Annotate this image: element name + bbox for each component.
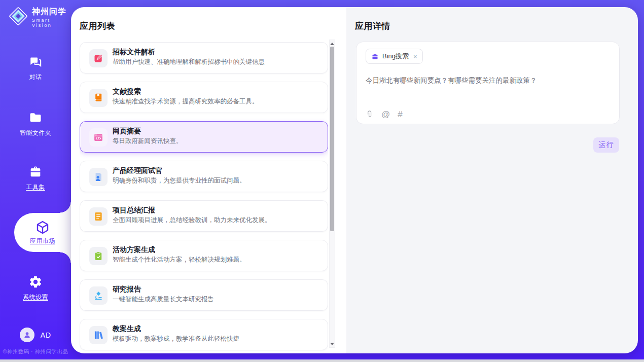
edit-square-icon [89, 49, 108, 67]
app-card-研究报告[interactable]: 研究报告 一键智能生成高质量长文本研究报告 [80, 279, 328, 311]
app-logo: 神州问学 Smart Vision [8, 6, 71, 28]
clipboard-check-icon [89, 247, 108, 265]
query-text[interactable]: 今日湖北有哪些新闻要点？有哪些需要关注的最新政策？ [366, 76, 609, 86]
folder-icon [28, 110, 43, 125]
app-card-活动方案生成[interactable]: 活动方案生成 智能生成个性化活动方案，轻松解决规划难题。 [80, 240, 328, 271]
chat-icon [28, 54, 43, 69]
app-list-title: 应用列表 [80, 20, 115, 32]
paperclip-icon[interactable] [365, 110, 374, 119]
user-name: AD [41, 331, 51, 339]
query-input-card[interactable]: Bing搜索 × 今日湖北有哪些新闻要点？有哪些需要关注的最新政策？ @ # [356, 42, 620, 124]
microscope-icon [89, 286, 108, 305]
sidebar-item-对话[interactable]: 对话 [0, 54, 71, 82]
app-card-title: 教案生成 [113, 324, 141, 334]
app-card-description: 明确身份和职责，为您提供专业性的面试问题。 [113, 176, 246, 185]
app-card-title: 网页摘要 [113, 127, 141, 136]
scroll-up-icon[interactable] [330, 40, 335, 47]
sidebar-item-label: 对话 [29, 73, 42, 82]
app-card-description: 帮助用户快速、准确地理解和解析招标书中的关键信息 [113, 58, 265, 66]
app-card-description: 每日政府新闻资讯快查。 [113, 137, 183, 146]
app-card-title: 研究报告 [113, 285, 141, 294]
book-icon [89, 89, 108, 107]
sidebar-item-label: 智能文件夹 [20, 129, 52, 137]
run-button[interactable]: 运行 [593, 137, 619, 153]
sidebar-item-label: 系统设置 [23, 293, 48, 302]
books-icon [89, 326, 108, 344]
bottom-strip [0, 359, 644, 362]
interviewer-icon [89, 168, 108, 186]
sidebar-item-系统设置[interactable]: 系统设置 [0, 274, 71, 302]
app-card-description: 全面回顾项目进展，总结经验教训，助力未来优化发展。 [113, 216, 271, 225]
attachment-toolbar: @ # [365, 110, 403, 119]
sidebar-footer: ©神州数码 · 神州问学出品 [0, 348, 71, 355]
app-card-招标文件解析[interactable]: 招标文件解析 帮助用户快速、准确地理解和解析招标书中的关键信息 [80, 42, 328, 74]
briefcase-icon [28, 164, 43, 179]
app-card-title: 产品经理面试官 [113, 166, 162, 175]
hash-icon[interactable]: # [398, 110, 402, 119]
app-detail-title: 应用详情 [355, 20, 390, 32]
tool-chip-label: Bing搜索 [382, 52, 409, 61]
user-row[interactable]: AD [0, 328, 71, 342]
app-card-title: 活动方案生成 [113, 245, 155, 255]
gear-icon [28, 274, 43, 289]
app-card-title: 文献搜索 [113, 87, 141, 96]
tool-chip-bing[interactable]: Bing搜索 × [366, 49, 423, 64]
cube-icon [35, 220, 50, 235]
at-icon[interactable]: @ [381, 110, 390, 119]
app-card-description: 快速精准查找学术资源，提高研究效率的必备工具。 [113, 97, 259, 106]
logo-diamond-icon [8, 6, 28, 28]
chip-remove-button[interactable]: × [413, 53, 417, 60]
app-card-description: 模板驱动，教案秒成，教学准备从此轻松快捷 [113, 335, 239, 343]
app-detail-panel: 应用详情 Bing搜索 × 今日湖北有哪些新闻要点？有哪些需要关注的最新政策？ [346, 7, 638, 353]
browser-code-icon [89, 128, 108, 147]
sidebar-item-label: 工具集 [26, 183, 45, 192]
app-card-description: 一键智能生成高质量长文本研究报告 [113, 295, 214, 304]
sidebar: 神州问学 Smart Vision 对话 智能文件夹 工具集 应用市场 系统设置… [0, 0, 71, 362]
briefcase-icon [371, 53, 379, 60]
app-list-panel: 应用列表 招标文件解析 帮助用户快速、准确地理解和解析招标书中的关键信息 文献搜… [71, 7, 346, 353]
brand-name: 神州问学 [32, 7, 71, 17]
app-card-项目总结汇报[interactable]: 项目总结汇报 全面回顾项目进展，总结经验教训，助力未来优化发展。 [80, 200, 328, 232]
app-list-scrollbar[interactable] [329, 40, 335, 348]
sidebar-item-label: 应用市场 [30, 237, 55, 245]
scroll-down-icon[interactable] [330, 340, 335, 347]
app-list: 招标文件解析 帮助用户快速、准确地理解和解析招标书中的关键信息 文献搜索 快速精… [80, 40, 328, 353]
sidebar-item-工具集[interactable]: 工具集 [0, 164, 71, 192]
scrollbar-thumb[interactable] [330, 47, 334, 231]
app-card-产品经理面试官[interactable]: 产品经理面试官 明确身份和职责，为您提供专业性的面试问题。 [80, 161, 328, 192]
report-note-icon [89, 207, 108, 226]
app-card-description: 智能生成个性化活动方案，轻松解决规划难题。 [113, 256, 246, 264]
app-card-文献搜索[interactable]: 文献搜索 快速精准查找学术资源，提高研究效率的必备工具。 [80, 82, 328, 113]
app-card-title: 招标文件解析 [113, 48, 155, 57]
sidebar-item-智能文件夹[interactable]: 智能文件夹 [0, 110, 71, 137]
brand-subtitle: Smart Vision [32, 18, 71, 28]
app-card-title: 项目总结汇报 [113, 206, 155, 215]
sidebar-item-应用市场[interactable]: 应用市场 [14, 213, 71, 252]
app-card-网页摘要[interactable]: 网页摘要 每日政府新闻资讯快查。 [80, 121, 328, 153]
app-card-教案生成[interactable]: 教案生成 模板驱动，教案秒成，教学准备从此轻松快捷 [80, 319, 328, 350]
user-avatar-icon[interactable] [20, 328, 34, 342]
main-container: 应用列表 招标文件解析 帮助用户快速、准确地理解和解析招标书中的关键信息 文献搜… [71, 7, 638, 353]
